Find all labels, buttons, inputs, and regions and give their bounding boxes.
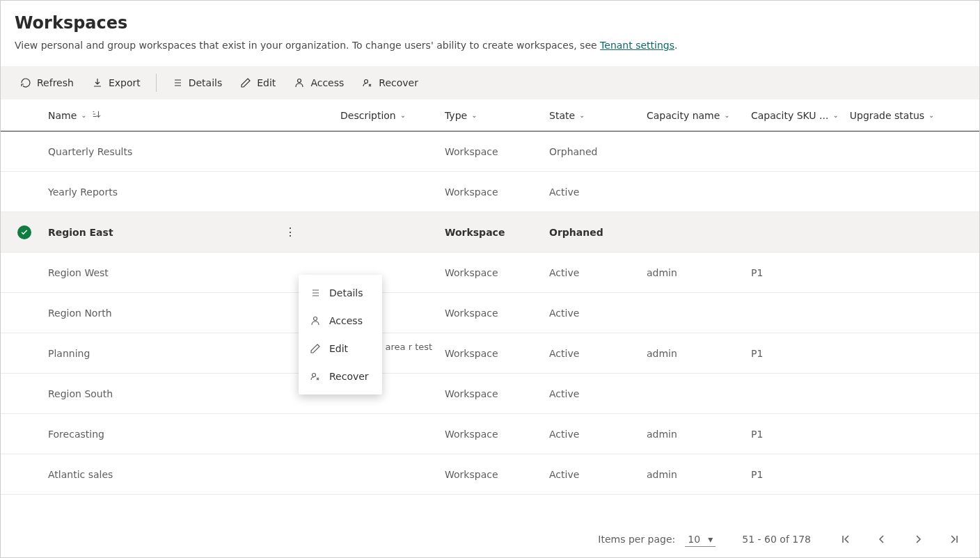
workspace-name: Region East (48, 227, 113, 238)
col-name-label: Name (48, 110, 77, 121)
table-row[interactable]: Region NorthWorkspaceActive (1, 293, 979, 333)
row-checkbox-cell[interactable] (1, 172, 42, 212)
tenant-settings-link[interactable]: Tenant settings (600, 40, 674, 51)
table-row[interactable]: Region East⋮WorkspaceOrphaned (1, 212, 979, 253)
recover-button[interactable]: Recover (355, 73, 425, 93)
items-per-page-select[interactable]: 10 ▾ (685, 532, 716, 547)
col-type[interactable]: Type ⌄ (439, 99, 544, 131)
vertical-dots-icon: ⋮ (285, 226, 296, 238)
workspace-type: Workspace (445, 186, 498, 198)
refresh-button[interactable]: Refresh (13, 73, 81, 93)
check-circle-icon (17, 225, 31, 239)
row-capacity_sku-cell (745, 131, 844, 172)
first-page-button[interactable] (837, 531, 854, 548)
access-button[interactable]: Access (287, 73, 351, 93)
row-checkbox-cell[interactable] (1, 374, 42, 414)
recover-label: Recover (379, 77, 418, 88)
pagination-range: 51 - 60 of 178 (742, 534, 811, 545)
row-upgrade_status-cell (844, 454, 979, 495)
row-capacity_sku-cell (745, 293, 844, 333)
chevron-down-icon: ⌄ (928, 111, 934, 119)
workspace-capacity_sku: P1 (751, 429, 763, 440)
row-checkbox-cell[interactable] (1, 212, 42, 253)
row-checkbox-cell[interactable] (1, 253, 42, 293)
row-description-cell (335, 414, 439, 454)
refresh-label: Refresh (37, 77, 74, 88)
row-type-cell: Workspace (439, 454, 544, 495)
svg-point-0 (298, 79, 301, 83)
col-upgrade-status[interactable]: Upgrade status ⌄ (844, 99, 979, 131)
edit-button[interactable]: Edit (233, 73, 283, 93)
row-checkbox-cell[interactable] (1, 293, 42, 333)
workspace-type: Workspace (445, 348, 498, 359)
col-capacity-name[interactable]: Capacity name ⌄ (641, 99, 745, 131)
page-subtitle: View personal and group workspaces that … (15, 40, 965, 51)
row-state-cell: Active (544, 374, 641, 414)
context-menu-details[interactable]: Details (299, 279, 382, 307)
context-menu-recover[interactable]: Recover (299, 362, 382, 390)
row-name-cell: Atlantic sales (42, 454, 335, 495)
workspace-type: Workspace (445, 267, 498, 278)
row-capacity_name-cell: admin (641, 414, 745, 454)
row-type-cell: Workspace (439, 374, 544, 414)
workspace-capacity_sku: P1 (751, 348, 763, 359)
row-checkbox-cell[interactable] (1, 454, 42, 495)
row-capacity_sku-cell (745, 212, 844, 253)
context-menu-access[interactable]: Access (299, 307, 382, 335)
table-row[interactable]: Region SouthWorkspaceActive (1, 374, 979, 414)
row-upgrade_status-cell (844, 293, 979, 333)
workspace-type: Workspace (445, 388, 498, 399)
chevron-down-icon: ⌄ (832, 111, 838, 119)
table-row[interactable]: PlanningorkSpace area r test in BBTWorks… (1, 333, 979, 374)
last-page-button[interactable] (946, 531, 963, 548)
row-name-cell: Quarterly Results (42, 131, 335, 172)
prev-page-button[interactable] (874, 531, 890, 548)
table-row[interactable]: ForecastingWorkspaceActiveadminP1 (1, 414, 979, 454)
context-menu-edit[interactable]: Edit (299, 335, 382, 362)
details-button[interactable]: Details (165, 73, 230, 93)
row-checkbox-cell[interactable] (1, 414, 42, 454)
workspace-name: Atlantic sales (48, 469, 113, 480)
row-capacity_name-cell (641, 374, 745, 414)
row-type-cell: Workspace (439, 333, 544, 374)
col-capacity-name-label: Capacity name (647, 110, 720, 121)
context-menu: Details Access Edit Recover (299, 275, 382, 394)
col-description[interactable]: Description ⌄ (335, 99, 439, 131)
recover-icon (362, 77, 373, 88)
row-upgrade_status-cell (844, 212, 979, 253)
table-row[interactable]: Atlantic salesWorkspaceActiveadminP1 (1, 454, 979, 495)
col-state[interactable]: State ⌄ (544, 99, 641, 131)
context-access-label: Access (329, 315, 363, 326)
workspace-state: Orphaned (549, 146, 598, 157)
page-title: Workspaces (15, 13, 965, 33)
row-capacity_name-cell (641, 212, 745, 253)
details-list-icon (310, 287, 321, 298)
row-checkbox-cell[interactable] (1, 333, 42, 374)
row-state-cell: Active (544, 333, 641, 374)
row-capacity_name-cell (641, 293, 745, 333)
more-options-button[interactable]: ⋮ (279, 224, 301, 241)
col-capacity-sku[interactable]: Capacity SKU ... ⌄ (745, 99, 844, 131)
chevron-down-icon: ⌄ (724, 111, 729, 119)
pencil-icon (310, 343, 321, 354)
row-capacity_sku-cell: P1 (745, 414, 844, 454)
table-row[interactable]: Yearly ReportsWorkspaceActive (1, 172, 979, 212)
access-label: Access (310, 77, 344, 88)
row-checkbox-cell[interactable] (1, 131, 42, 172)
row-capacity_name-cell: admin (641, 253, 745, 293)
table-row[interactable]: Region WestWorkspaceActiveadminP1 (1, 253, 979, 293)
col-state-label: State (549, 110, 575, 121)
table-row[interactable]: Quarterly ResultsWorkspaceOrphaned (1, 131, 979, 172)
next-page-button[interactable] (910, 531, 926, 548)
workspace-name: Region West (48, 267, 109, 278)
row-name-cell: Region West (42, 253, 335, 293)
row-type-cell: Workspace (439, 172, 544, 212)
sort-icon (91, 109, 101, 121)
svg-point-2 (314, 317, 317, 321)
export-button[interactable]: Export (85, 73, 148, 93)
col-name[interactable]: Name ⌄ (42, 99, 335, 131)
row-type-cell: Workspace (439, 253, 544, 293)
col-type-label: Type (445, 110, 467, 121)
row-state-cell: Orphaned (544, 131, 641, 172)
person-icon (310, 315, 321, 326)
